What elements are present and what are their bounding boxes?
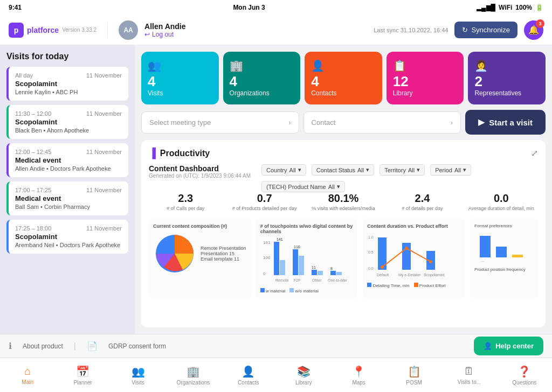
filter-product-label: (TECH) Product Name	[266, 184, 326, 190]
help-center-button[interactable]: 👤 Help center	[474, 337, 543, 355]
start-visit-button[interactable]: ▶ Start a visit	[465, 110, 546, 135]
metric-visits-label: % visits with edetailers/media	[307, 206, 380, 212]
nav-maps[interactable]: 📍 Maps	[331, 361, 386, 390]
notification-button[interactable]: 🔔 3	[524, 20, 543, 40]
wifi-icon: WiFi	[499, 4, 512, 11]
main-content: Visits for today All day 11 November Sco…	[0, 45, 552, 334]
user-info: Allen Andie ↩ Log out	[144, 22, 186, 38]
document-icon: 📄	[87, 341, 98, 351]
maps-icon: 📍	[352, 365, 365, 378]
nav-main[interactable]: ⌂ Main	[0, 361, 55, 389]
svg-point-27	[405, 247, 408, 250]
svg-rect-7	[299, 256, 304, 275]
filter-territory-label: Territory	[384, 167, 406, 173]
visit-item[interactable]: 17:25 – 18:00 11 November Scopolamint Ar…	[6, 220, 128, 254]
organizations-nav-icon: 🏢	[187, 365, 200, 378]
productivity-header: ▐ Productivity ⤢	[149, 148, 538, 159]
visit-meta: 12:00 – 12:45 11 November	[15, 149, 122, 155]
visit-person: Aremband Neil • Doctors Park Apotheke	[15, 242, 122, 248]
svg-text:110: 110	[294, 245, 300, 249]
small-chart-label: Format preferences	[474, 223, 534, 228]
logo: p platforce Version 3.33.2	[9, 23, 96, 38]
metric-visits-value: 80.1%	[307, 192, 380, 205]
meeting-type-select[interactable]: Select meeting type ›	[141, 111, 299, 134]
svg-point-28	[429, 260, 432, 263]
metric-calls: 2.3 # of Calls per day	[149, 192, 222, 212]
about-product-link[interactable]: About product	[23, 342, 63, 350]
svg-text:0.5: 0.5	[368, 250, 374, 254]
chevron-down-icon: ▾	[417, 166, 420, 173]
visit-item[interactable]: 12:00 – 12:45 11 November Medical event …	[6, 143, 128, 177]
chevron-right-icon: ›	[288, 118, 291, 127]
dashboard-title: Content Dashboard	[149, 164, 251, 173]
visits-to-icon: 🗓	[464, 365, 474, 377]
visits-label: Visits	[148, 89, 163, 97]
visit-person: Lennie Kaylin • ABC PH	[15, 89, 122, 95]
filter-period-label: Period	[435, 167, 452, 173]
visit-item[interactable]: All day 11 November Scopolamint Lennie K…	[6, 67, 128, 101]
logo-text: platforce	[27, 26, 59, 34]
gdpr-label: GDRP consent form	[108, 342, 166, 350]
notification-badge: 3	[536, 19, 544, 28]
svg-text:161: 161	[263, 240, 271, 245]
sync-info: Last sync 31.10.2022, 16:44	[374, 27, 448, 33]
metric-products: 0.7 # of Products detailed per day	[227, 192, 301, 212]
visit-date: 11 November	[86, 72, 122, 79]
nav-organizations[interactable]: 🏢 Organizations	[165, 361, 220, 390]
nav-visits-to[interactable]: 🗓 Visits to...	[441, 361, 496, 389]
nav-questions[interactable]: ❓ Questions	[497, 361, 552, 390]
filter-period[interactable]: Period All ▾	[430, 164, 471, 176]
filters-row: Country All ▾ Contact Status All ▾ Terri…	[261, 164, 538, 192]
header: p platforce Version 3.33.2 AA Allen Andi…	[0, 15, 552, 45]
filter-country[interactable]: Country All ▾	[261, 164, 306, 176]
gdpr-link[interactable]: GDRP consent form	[108, 342, 166, 350]
svg-rect-6	[293, 249, 298, 275]
filter-period-value: All	[454, 167, 461, 173]
svg-rect-11	[336, 272, 342, 275]
stat-card-representatives[interactable]: 👩‍💼 2 Representatives	[468, 52, 546, 104]
visit-title: Scopolamint	[15, 233, 122, 241]
svg-text:0: 0	[263, 271, 266, 276]
svg-text:Scopolamint: Scopolamint	[424, 273, 445, 277]
logout-link[interactable]: ↩ Log out	[144, 31, 186, 38]
contact-select[interactable]: Contact ›	[303, 111, 461, 134]
nav-contacts[interactable]: 👤 Contacts	[221, 361, 276, 390]
stat-card-visits[interactable]: 👥 4 Visits	[141, 52, 219, 104]
visit-title: Scopolamint	[15, 80, 122, 88]
pie-legend: Remote Presentation Presentation 15 Emai…	[201, 246, 246, 262]
help-icon: 👤	[484, 342, 492, 350]
stat-card-organizations[interactable]: 🏢 4 Organizations	[223, 52, 301, 104]
svg-text:...: ...	[481, 258, 484, 262]
visit-item[interactable]: 11:30 – 12:00 11 November Scopolamint Bl…	[6, 105, 128, 139]
battery-label: 100%	[515, 4, 532, 11]
nav-planner[interactable]: 📅 Planner	[55, 361, 110, 390]
help-label: Help center	[495, 342, 534, 350]
filter-territory[interactable]: Territory All ▾	[380, 164, 425, 176]
signal-icon: ▂▄▆█	[477, 4, 495, 11]
start-visit-label: Start a visit	[489, 118, 533, 127]
about-label: About product	[23, 342, 63, 350]
stat-card-library[interactable]: 📋 12 Library	[387, 52, 464, 104]
pie-chart-container: Remote Presentation Presentation 15 Emai…	[153, 232, 246, 275]
nav-posm-label: POSM	[406, 380, 422, 386]
stat-card-contacts[interactable]: 👤 4 Contacts	[305, 52, 382, 104]
nav-visits[interactable]: 👥 Visits	[111, 361, 165, 390]
representatives-label: Representatives	[474, 89, 521, 97]
visit-item[interactable]: 17:00 – 17:25 11 November Medical event …	[6, 181, 128, 215]
svg-rect-5	[280, 260, 285, 275]
nav-library[interactable]: 📚 Library	[276, 361, 331, 390]
chart-touchpoints-title: # of touchpoints w/wo digital content by…	[260, 223, 354, 234]
filter-contact-status[interactable]: Contact Status All ▾	[312, 164, 374, 176]
nav-visits-to-label: Visits to...	[458, 379, 481, 385]
sync-button[interactable]: ↻ Synchronize	[454, 22, 518, 38]
visit-date: 11 November	[86, 225, 122, 232]
svg-rect-9	[318, 271, 323, 275]
visit-person: Allen Andie • Doctors Park Apotheke	[15, 165, 122, 172]
svg-text:My e-Detailer: My e-Detailer	[398, 273, 421, 277]
svg-text:11: 11	[312, 265, 316, 269]
filter-product-name[interactable]: (TECH) Product Name All ▾	[261, 181, 345, 192]
metric-calls-value: 2.3	[149, 192, 222, 205]
library-nav-icon: 📚	[297, 365, 310, 378]
expand-button[interactable]: ⤢	[531, 148, 538, 158]
nav-posm[interactable]: 📋 POSM	[387, 361, 441, 390]
